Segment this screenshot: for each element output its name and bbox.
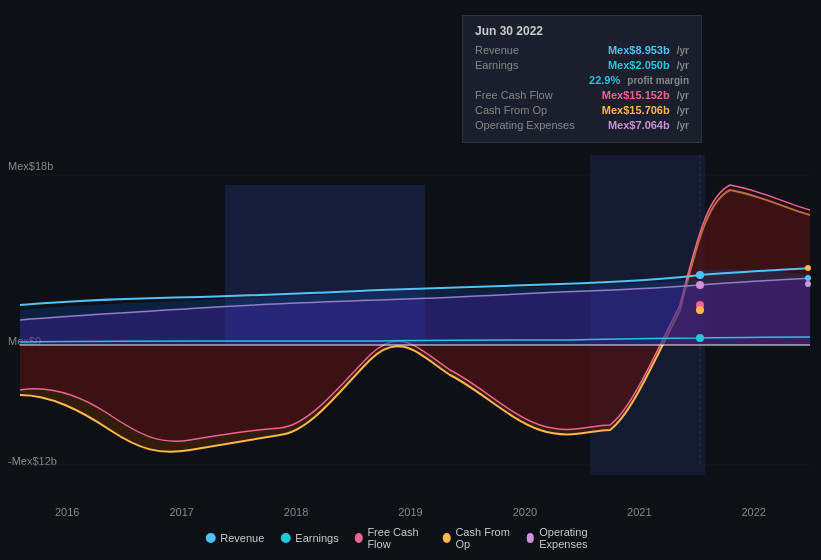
tooltip-label-opex: Operating Expenses xyxy=(475,119,585,131)
tooltip-row-margin: 22.9% profit margin xyxy=(475,74,689,86)
x-label-2019: 2019 xyxy=(398,506,422,518)
svg-point-10 xyxy=(696,281,704,289)
x-label-2018: 2018 xyxy=(284,506,308,518)
x-label-2016: 2016 xyxy=(55,506,79,518)
svg-point-14 xyxy=(805,275,811,281)
tooltip-row-opex: Operating Expenses Mex$7.064b /yr xyxy=(475,119,689,131)
x-label-2017: 2017 xyxy=(169,506,193,518)
svg-point-13 xyxy=(805,265,811,271)
tooltip-value-opex: Mex$7.064b /yr xyxy=(608,119,689,131)
legend-dot-opex xyxy=(527,533,535,543)
svg-point-8 xyxy=(696,271,704,279)
tooltip-label-fcf: Free Cash Flow xyxy=(475,89,585,101)
legend-item-opex: Operating Expenses xyxy=(527,526,616,550)
legend-label-fcf: Free Cash Flow xyxy=(367,526,426,550)
tooltip-value-margin: 22.9% profit margin xyxy=(589,74,689,86)
tooltip-value-earnings: Mex$2.050b /yr xyxy=(608,59,689,71)
legend-item-revenue: Revenue xyxy=(205,532,264,544)
legend-label-cashop: Cash From Op xyxy=(455,526,510,550)
tooltip-box: Jun 30 2022 Revenue Mex$8.953b /yr Earni… xyxy=(462,15,702,143)
tooltip-value-fcf: Mex$15.152b /yr xyxy=(602,89,689,101)
tooltip-value-revenue: Mex$8.953b /yr xyxy=(608,44,689,56)
tooltip-row-fcf: Free Cash Flow Mex$15.152b /yr xyxy=(475,89,689,101)
legend-label-earnings: Earnings xyxy=(295,532,338,544)
x-label-2020: 2020 xyxy=(513,506,537,518)
svg-point-9 xyxy=(696,334,704,342)
tooltip-row-revenue: Revenue Mex$8.953b /yr xyxy=(475,44,689,56)
tooltip-row-cashop: Cash From Op Mex$15.706b /yr xyxy=(475,104,689,116)
x-label-2021: 2021 xyxy=(627,506,651,518)
legend-dot-fcf xyxy=(355,533,363,543)
tooltip-row-earnings: Earnings Mex$2.050b /yr xyxy=(475,59,689,71)
tooltip-label-cashop: Cash From Op xyxy=(475,104,585,116)
chart-legend: Revenue Earnings Free Cash Flow Cash Fro… xyxy=(205,526,616,550)
svg-point-15 xyxy=(805,281,811,287)
legend-item-fcf: Free Cash Flow xyxy=(355,526,427,550)
x-label-2022: 2022 xyxy=(742,506,766,518)
tooltip-date: Jun 30 2022 xyxy=(475,24,689,38)
legend-dot-revenue xyxy=(205,533,215,543)
legend-label-opex: Operating Expenses xyxy=(539,526,616,550)
legend-dot-cashop xyxy=(443,533,451,543)
tooltip-label-revenue: Revenue xyxy=(475,44,585,56)
tooltip-value-cashop: Mex$15.706b /yr xyxy=(602,104,689,116)
svg-point-12 xyxy=(696,306,704,314)
legend-item-earnings: Earnings xyxy=(280,532,338,544)
tooltip-label-earnings: Earnings xyxy=(475,59,585,71)
x-axis-labels: 2016 2017 2018 2019 2020 2021 2022 xyxy=(0,506,821,518)
legend-label-revenue: Revenue xyxy=(220,532,264,544)
legend-dot-earnings xyxy=(280,533,290,543)
chart-container: Jun 30 2022 Revenue Mex$8.953b /yr Earni… xyxy=(0,0,821,560)
legend-item-cashop: Cash From Op xyxy=(443,526,511,550)
